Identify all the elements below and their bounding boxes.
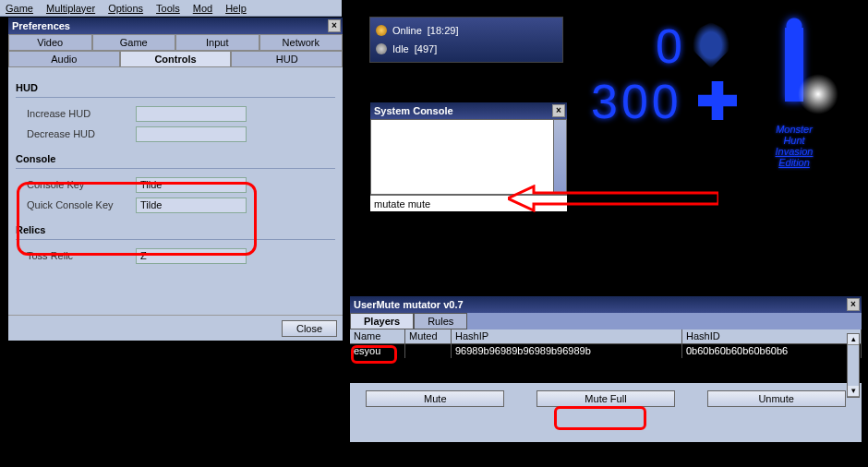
- tab-game[interactable]: Game: [92, 34, 176, 51]
- preferences-titlebar[interactable]: Preferences ×: [8, 18, 343, 34]
- console-output: [370, 119, 567, 195]
- table-row[interactable]: esyou 96989b96989b96989b96989b 0b60b60b6…: [350, 344, 862, 358]
- close-icon[interactable]: ×: [847, 298, 860, 311]
- tab-hud[interactable]: HUD: [231, 51, 343, 67]
- idle-label: Idle: [392, 43, 409, 54]
- usermute-window: UserMute mutator v0.7 × Players Rules Na…: [349, 295, 862, 443]
- menu-game[interactable]: Game: [6, 3, 33, 14]
- group-relics-title: Relics: [16, 224, 335, 235]
- scroll-up-icon[interactable]: ▴: [848, 334, 859, 345]
- menu-multiplayer[interactable]: Multiplayer: [46, 3, 95, 14]
- figure-caption-4: Edition: [748, 157, 840, 168]
- val-quick-console-key[interactable]: Tilde: [136, 198, 247, 213]
- close-icon[interactable]: ×: [328, 19, 341, 32]
- lbl-increase-hud: Increase HUD: [16, 108, 136, 119]
- col-name[interactable]: Name: [350, 329, 405, 343]
- tab-network[interactable]: Network: [259, 34, 344, 51]
- close-icon[interactable]: ×: [552, 104, 565, 117]
- tab-input[interactable]: Input: [175, 34, 259, 51]
- figure-caption-1: Monster: [748, 124, 840, 135]
- light-flare-icon: [798, 74, 838, 114]
- val-decrease-hud[interactable]: [136, 126, 247, 142]
- unmute-button[interactable]: Unmute: [707, 390, 846, 407]
- lbl-quick-console-key: Quick Console Key: [16, 199, 136, 210]
- usermute-title: UserMute mutator v0.7: [354, 299, 464, 310]
- mute-full-button[interactable]: Mute Full: [536, 390, 675, 407]
- lbl-console-key: Console Key: [16, 179, 136, 190]
- cell-name: esyou: [350, 344, 405, 358]
- menu-tools[interactable]: Tools: [156, 3, 180, 14]
- cell-hashid: 0b60b60b60b60b60b6: [682, 344, 862, 358]
- mute-button[interactable]: Mute: [366, 390, 504, 407]
- preferences-window: Preferences × Video Game Input Network A…: [7, 17, 344, 341]
- system-console-titlebar[interactable]: System Console ×: [370, 102, 567, 119]
- main-menubar: Game Multiplayer Options Tools Mod Help: [0, 0, 342, 17]
- figure-caption-3: Invasion: [748, 146, 840, 157]
- tab-video[interactable]: Video: [8, 34, 92, 51]
- group-hud-title: HUD: [16, 82, 335, 93]
- scroll-down-icon[interactable]: ▾: [848, 386, 859, 397]
- idle-count: 497: [417, 43, 434, 54]
- system-console-window: System Console ×: [369, 102, 568, 212]
- console-input[interactable]: [370, 196, 567, 211]
- group-console-title: Console: [16, 153, 335, 164]
- network-status-panel: Online [18:29] Idle [497]: [369, 17, 563, 63]
- menu-help[interactable]: Help: [225, 3, 247, 14]
- tab-audio[interactable]: Audio: [8, 51, 120, 67]
- online-icon: [376, 25, 387, 36]
- lbl-toss-relic: Toss Relic: [16, 250, 136, 261]
- system-console-title: System Console: [374, 105, 453, 116]
- usermute-titlebar[interactable]: UserMute mutator v0.7 ×: [350, 296, 862, 313]
- close-button[interactable]: Close: [282, 320, 337, 337]
- menu-mod[interactable]: Mod: [193, 3, 212, 14]
- val-increase-hud[interactable]: [136, 106, 247, 122]
- player-figure: Monster Hunt Invasion Edition: [748, 9, 840, 194]
- tab-players[interactable]: Players: [350, 313, 414, 329]
- hud-health-value: 300: [591, 75, 682, 128]
- col-haship[interactable]: HashIP: [452, 329, 682, 343]
- figure-caption-2: Hunt: [748, 135, 840, 146]
- players-grid: Name Muted HashIP HashID esyou 96989b969…: [350, 329, 862, 383]
- val-console-key[interactable]: Tilde: [136, 177, 247, 193]
- cell-muted: [405, 344, 452, 358]
- tab-rules[interactable]: Rules: [414, 313, 467, 329]
- cell-haship: 96989b96989b96989b96989b: [452, 344, 682, 358]
- col-muted[interactable]: Muted: [405, 329, 452, 343]
- lbl-decrease-hud: Decrease HUD: [16, 128, 136, 139]
- menu-options[interactable]: Options: [108, 3, 143, 14]
- hud-armor-value: 0: [656, 18, 686, 74]
- preferences-title: Preferences: [12, 20, 70, 31]
- health-cross-icon: [698, 81, 737, 120]
- online-label: Online: [392, 25, 422, 36]
- idle-icon: [376, 43, 387, 54]
- scrollbar[interactable]: [553, 120, 566, 194]
- shield-icon: [693, 22, 729, 68]
- col-hashid[interactable]: HashID: [682, 329, 862, 343]
- online-count: 18:29: [430, 25, 456, 36]
- scrollbar[interactable]: ▴ ▾: [847, 333, 860, 398]
- val-toss-relic[interactable]: Z: [136, 248, 247, 264]
- tab-controls[interactable]: Controls: [120, 51, 232, 67]
